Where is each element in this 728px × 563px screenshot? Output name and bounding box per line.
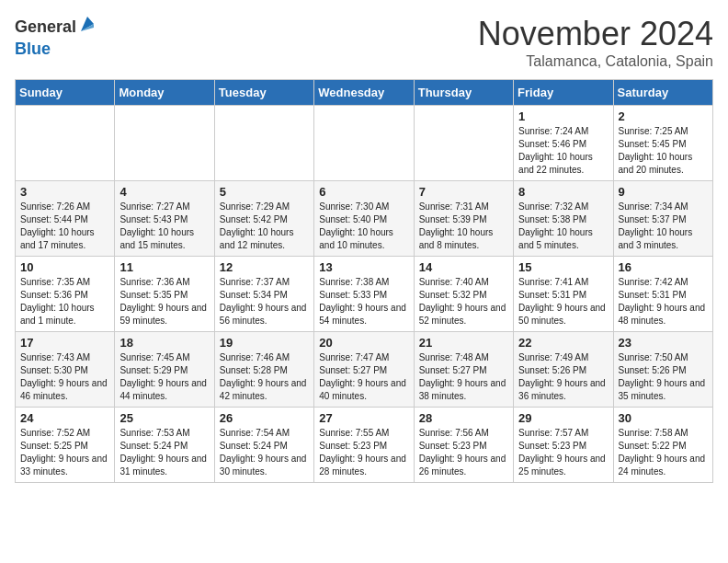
header: General Blue November 2024 Talamanca, Ca…: [15, 15, 713, 70]
logo: General Blue: [15, 15, 97, 59]
day-number: 21: [419, 336, 508, 350]
day-info: Sunrise: 7:42 AM Sunset: 5:31 PM Dayligh…: [619, 276, 708, 327]
day-number: 13: [319, 260, 408, 274]
day-info: Sunrise: 7:43 AM Sunset: 5:30 PM Dayligh…: [20, 351, 109, 403]
calendar-day-cell: 22Sunrise: 7:49 AM Sunset: 5:26 PM Dayli…: [514, 332, 613, 408]
day-info: Sunrise: 7:52 AM Sunset: 5:25 PM Dayligh…: [20, 427, 109, 478]
calendar-day-cell: 8Sunrise: 7:32 AM Sunset: 5:38 PM Daylig…: [514, 181, 613, 257]
day-number: 2: [619, 109, 708, 123]
main-container: General Blue November 2024 Talamanca, Ca…: [0, 0, 728, 498]
day-number: 24: [20, 411, 109, 425]
day-info: Sunrise: 7:27 AM Sunset: 5:43 PM Dayligh…: [119, 201, 209, 252]
day-number: 1: [518, 109, 608, 123]
day-number: 6: [319, 185, 408, 199]
calendar-day-cell: 27Sunrise: 7:55 AM Sunset: 5:23 PM Dayli…: [314, 408, 414, 483]
calendar-day-cell: 10Sunrise: 7:35 AM Sunset: 5:36 PM Dayli…: [16, 257, 115, 332]
day-number: 14: [419, 260, 508, 274]
day-info: Sunrise: 7:38 AM Sunset: 5:33 PM Dayligh…: [319, 276, 408, 327]
logo-general-text: General: [15, 18, 76, 37]
calendar-day-cell: 16Sunrise: 7:42 AM Sunset: 5:31 PM Dayli…: [613, 257, 712, 332]
day-info: Sunrise: 7:40 AM Sunset: 5:32 PM Dayligh…: [419, 276, 508, 327]
calendar-week-row: 1Sunrise: 7:24 AM Sunset: 5:46 PM Daylig…: [16, 106, 713, 181]
day-number: 26: [220, 411, 309, 425]
calendar-day-header: Tuesday: [214, 80, 313, 106]
calendar-day-cell: [16, 106, 115, 181]
calendar-day-cell: [115, 106, 214, 181]
calendar-day-cell: 30Sunrise: 7:58 AM Sunset: 5:22 PM Dayli…: [613, 408, 712, 483]
calendar-day-header: Thursday: [414, 80, 513, 106]
calendar-day-cell: 17Sunrise: 7:43 AM Sunset: 5:30 PM Dayli…: [16, 332, 115, 408]
calendar-day-cell: 20Sunrise: 7:47 AM Sunset: 5:27 PM Dayli…: [314, 332, 414, 408]
calendar-day-cell: 1Sunrise: 7:24 AM Sunset: 5:46 PM Daylig…: [514, 106, 613, 181]
calendar-day-cell: 19Sunrise: 7:46 AM Sunset: 5:28 PM Dayli…: [214, 332, 313, 408]
calendar-day-cell: 9Sunrise: 7:34 AM Sunset: 5:37 PM Daylig…: [613, 181, 712, 257]
calendar-day-cell: 13Sunrise: 7:38 AM Sunset: 5:33 PM Dayli…: [314, 257, 414, 332]
day-info: Sunrise: 7:35 AM Sunset: 5:36 PM Dayligh…: [20, 276, 109, 327]
day-number: 27: [319, 411, 408, 425]
title-block: November 2024 Talamanca, Catalonia, Spai…: [478, 15, 713, 70]
calendar-week-row: 17Sunrise: 7:43 AM Sunset: 5:30 PM Dayli…: [16, 332, 713, 408]
calendar-day-cell: [214, 106, 313, 181]
day-number: 3: [20, 185, 109, 199]
day-info: Sunrise: 7:41 AM Sunset: 5:31 PM Dayligh…: [518, 276, 608, 327]
day-number: 4: [119, 185, 209, 199]
day-number: 30: [619, 411, 708, 425]
calendar-week-row: 10Sunrise: 7:35 AM Sunset: 5:36 PM Dayli…: [16, 257, 713, 332]
day-info: Sunrise: 7:36 AM Sunset: 5:35 PM Dayligh…: [119, 276, 209, 327]
day-number: 22: [518, 336, 608, 350]
month-title: November 2024: [478, 15, 713, 53]
day-number: 12: [220, 260, 309, 274]
calendar-table: SundayMondayTuesdayWednesdayThursdayFrid…: [15, 79, 713, 483]
calendar-day-cell: 4Sunrise: 7:27 AM Sunset: 5:43 PM Daylig…: [115, 181, 214, 257]
calendar-day-cell: 12Sunrise: 7:37 AM Sunset: 5:34 PM Dayli…: [214, 257, 313, 332]
day-number: 15: [518, 260, 608, 274]
calendar-day-cell: 26Sunrise: 7:54 AM Sunset: 5:24 PM Dayli…: [214, 408, 313, 483]
day-info: Sunrise: 7:53 AM Sunset: 5:24 PM Dayligh…: [119, 427, 209, 478]
day-info: Sunrise: 7:29 AM Sunset: 5:42 PM Dayligh…: [220, 201, 309, 252]
day-info: Sunrise: 7:47 AM Sunset: 5:27 PM Dayligh…: [319, 351, 408, 403]
calendar-day-cell: 23Sunrise: 7:50 AM Sunset: 5:26 PM Dayli…: [613, 332, 712, 408]
day-number: 28: [419, 411, 508, 425]
day-info: Sunrise: 7:31 AM Sunset: 5:39 PM Dayligh…: [419, 201, 508, 252]
calendar-day-cell: 7Sunrise: 7:31 AM Sunset: 5:39 PM Daylig…: [414, 181, 513, 257]
calendar-day-cell: 6Sunrise: 7:30 AM Sunset: 5:40 PM Daylig…: [314, 181, 414, 257]
day-number: 29: [518, 411, 608, 425]
day-info: Sunrise: 7:48 AM Sunset: 5:27 PM Dayligh…: [419, 351, 508, 403]
day-number: 23: [619, 336, 708, 350]
day-number: 17: [20, 336, 109, 350]
day-number: 18: [119, 336, 209, 350]
day-info: Sunrise: 7:57 AM Sunset: 5:23 PM Dayligh…: [518, 427, 608, 478]
calendar-day-cell: 25Sunrise: 7:53 AM Sunset: 5:24 PM Dayli…: [115, 408, 214, 483]
day-number: 20: [319, 336, 408, 350]
calendar-day-header: Saturday: [613, 80, 712, 106]
day-info: Sunrise: 7:32 AM Sunset: 5:38 PM Dayligh…: [518, 201, 608, 252]
day-info: Sunrise: 7:46 AM Sunset: 5:28 PM Dayligh…: [220, 351, 309, 403]
day-info: Sunrise: 7:50 AM Sunset: 5:26 PM Dayligh…: [619, 351, 708, 403]
calendar-day-cell: 15Sunrise: 7:41 AM Sunset: 5:31 PM Dayli…: [514, 257, 613, 332]
day-info: Sunrise: 7:24 AM Sunset: 5:46 PM Dayligh…: [518, 125, 608, 177]
logo-icon: [77, 15, 97, 35]
day-number: 19: [220, 336, 309, 350]
calendar-day-header: Friday: [514, 80, 613, 106]
calendar-day-cell: [414, 106, 513, 181]
calendar-day-cell: 11Sunrise: 7:36 AM Sunset: 5:35 PM Dayli…: [115, 257, 214, 332]
calendar-day-cell: 3Sunrise: 7:26 AM Sunset: 5:44 PM Daylig…: [16, 181, 115, 257]
day-number: 7: [419, 185, 508, 199]
day-info: Sunrise: 7:25 AM Sunset: 5:45 PM Dayligh…: [619, 125, 708, 177]
day-number: 8: [518, 185, 608, 199]
day-info: Sunrise: 7:34 AM Sunset: 5:37 PM Dayligh…: [619, 201, 708, 252]
day-number: 16: [619, 260, 708, 274]
day-info: Sunrise: 7:49 AM Sunset: 5:26 PM Dayligh…: [518, 351, 608, 403]
calendar-day-cell: 18Sunrise: 7:45 AM Sunset: 5:29 PM Dayli…: [115, 332, 214, 408]
calendar-header-row: SundayMondayTuesdayWednesdayThursdayFrid…: [16, 80, 713, 106]
calendar-day-header: Monday: [115, 80, 214, 106]
calendar-day-cell: 29Sunrise: 7:57 AM Sunset: 5:23 PM Dayli…: [514, 408, 613, 483]
day-info: Sunrise: 7:56 AM Sunset: 5:23 PM Dayligh…: [419, 427, 508, 478]
calendar-day-header: Wednesday: [314, 80, 414, 106]
day-number: 25: [119, 411, 209, 425]
calendar-day-cell: 5Sunrise: 7:29 AM Sunset: 5:42 PM Daylig…: [214, 181, 313, 257]
calendar-day-cell: 21Sunrise: 7:48 AM Sunset: 5:27 PM Dayli…: [414, 332, 513, 408]
day-number: 9: [619, 185, 708, 199]
day-info: Sunrise: 7:37 AM Sunset: 5:34 PM Dayligh…: [220, 276, 309, 327]
day-info: Sunrise: 7:30 AM Sunset: 5:40 PM Dayligh…: [319, 201, 408, 252]
